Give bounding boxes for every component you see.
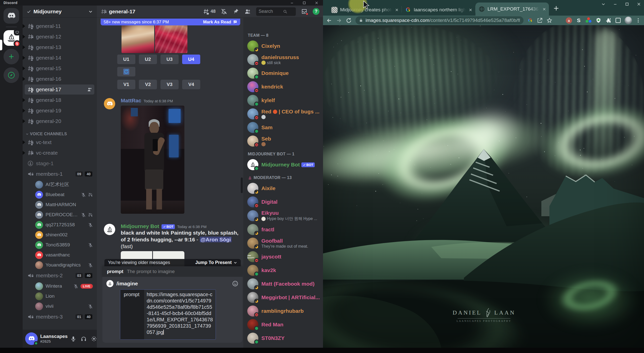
channel-item-general-20[interactable]: general-20 (25, 116, 94, 126)
voice-member-shinen002[interactable]: shinen002 (34, 230, 94, 240)
reroll-button[interactable] (117, 67, 135, 76)
maximize-icon[interactable] (302, 1, 306, 5)
prompt-option-value[interactable]: https://images.squarespace-cdn.com/conte… (144, 290, 216, 339)
midjourney-server-button[interactable]: 5 (4, 30, 19, 46)
extensions-puzzle-icon[interactable] (605, 17, 611, 24)
tab-close-icon[interactable] (395, 8, 399, 12)
threads-button[interactable]: 48 (203, 8, 216, 15)
upscale-button-U3[interactable]: U3 (160, 55, 179, 64)
profile-avatar[interactable] (625, 17, 632, 24)
message-author[interactable]: Midjourney Bot (121, 223, 159, 229)
member-kylelf[interactable]: kylelf (247, 94, 321, 107)
member-Sam[interactable]: Sam (247, 121, 321, 134)
new-messages-banner[interactable]: 58+ new messages since 6:37 PM Mark As R… (101, 19, 240, 25)
extension-red-circle-icon[interactable]: a (566, 17, 572, 24)
minimize-icon[interactable] (613, 2, 617, 6)
member-Dominique[interactable]: Dominique (247, 66, 321, 80)
voice-channel-members-1[interactable]: members-10940 (25, 169, 94, 179)
user-avatar[interactable] (25, 332, 38, 345)
emoji-picker-icon[interactable] (232, 280, 238, 287)
invite-member-icon[interactable] (87, 87, 92, 92)
member-Seb[interactable]: Seb (247, 134, 321, 148)
browser-tab-3[interactable]: LRM_EXPORT_176436787956939 (475, 3, 549, 16)
explore-servers-button[interactable] (4, 67, 19, 83)
settings-gear-icon[interactable] (91, 336, 97, 342)
channel-item-general-14[interactable]: general-14 (25, 53, 94, 63)
extension-rgb-icon[interactable] (585, 17, 592, 24)
bookmark-star-icon[interactable] (546, 17, 552, 23)
voice-member-PEDROCOELHO...[interactable]: PEDROCOELHO... (34, 210, 94, 220)
reload-icon[interactable] (346, 17, 352, 24)
voice-member-qq271725158[interactable]: qq271725158 (34, 220, 94, 230)
voice-member-Lion[interactable]: Lion (34, 291, 94, 301)
search-input[interactable]: Search (256, 7, 296, 16)
upscale-button-U2[interactable]: U2 (139, 55, 157, 64)
midjourney-grid-image[interactable] (122, 24, 187, 53)
inbox-icon[interactable] (301, 8, 308, 15)
channel-item-general-18[interactable]: general-18 (25, 95, 94, 105)
channel-item-general-13[interactable]: general-13 (25, 42, 94, 52)
prompt-option-field[interactable]: prompt https://images.squarespace-cdn.co… (120, 289, 216, 340)
back-icon[interactable] (326, 17, 332, 24)
member-Red Man[interactable]: Red Man (247, 318, 321, 331)
slash-command-autocomplete[interactable]: prompt The prompt to imagine (102, 266, 243, 277)
member-ramblingrhubarb[interactable]: ramblingrhubarb (247, 304, 321, 318)
variation-button-V2[interactable]: V2 (139, 80, 157, 89)
minimize-icon[interactable] (290, 1, 294, 5)
channel-item-general-19[interactable]: general-19 (25, 106, 94, 116)
member-Red[interactable]: Red| CEO of bugs ... (247, 107, 321, 121)
pinned-messages-icon[interactable] (232, 8, 239, 15)
share-icon[interactable] (537, 17, 543, 23)
extension-square-icon[interactable] (615, 17, 621, 24)
voice-channel-vc-create[interactable]: vc-create (25, 148, 94, 158)
message-author[interactable]: MattRac (121, 98, 141, 104)
discord-home-button[interactable] (4, 8, 19, 24)
member-Digital[interactable]: Digital (247, 195, 321, 209)
avatar[interactable] (104, 224, 115, 235)
headphones-icon[interactable] (80, 336, 87, 342)
channel-item-general-17[interactable]: general-17 (25, 84, 94, 95)
aurora-photo[interactable]: DANIEL LAAN LAANSCAPES PHOTOGRAPHY (323, 25, 644, 348)
voice-member-Wintera[interactable]: WinteraLIVE (34, 281, 94, 291)
voice-channel-members-3[interactable]: members-30140 (25, 312, 94, 322)
voice-member-Bluebeat[interactable]: Bluebeat (34, 190, 94, 200)
voice-member-Youandigraphics[interactable]: Youandigraphics (34, 260, 94, 270)
user-mention[interactable]: @Aron Sōgi (200, 237, 232, 242)
url-address-bar[interactable]: images.squarespace-cdn.com/content/v1/5c… (355, 16, 524, 24)
member-kendrick[interactable]: kendrick (247, 80, 321, 94)
extension-shield-icon[interactable] (595, 17, 601, 24)
member-Goofball[interactable]: GoofballThey're made out of meat. (247, 236, 321, 250)
mic-icon[interactable] (70, 336, 76, 342)
member-danielrussruss[interactable]: danielrussrussstill sick (247, 53, 321, 66)
voice-channel-stage-1[interactable]: stage-1 (25, 158, 94, 168)
menu-kebab-icon[interactable] (635, 18, 641, 23)
tab-search-chevron-icon[interactable] (601, 2, 606, 6)
new-tab-icon[interactable] (552, 5, 560, 12)
jump-to-present-button[interactable]: Jump To Present (195, 260, 237, 265)
voice-channels-category[interactable]: VOICE CHANNELS (26, 132, 95, 136)
tab-close-icon[interactable] (542, 7, 546, 11)
member-kav2k[interactable]: kav2k (247, 263, 321, 277)
server-header[interactable]: Midjourney (23, 6, 97, 18)
voice-channel-vc-text[interactable]: vc-text (25, 137, 94, 147)
voice-member-vasanthanc[interactable]: vasanthanc (34, 250, 94, 260)
member-Midjourney Bot[interactable]: Midjourney BotBOT (247, 158, 321, 171)
member-Matt (Facebook mod)[interactable]: Matt (Facebook mod) (247, 277, 321, 291)
channel-item-general-15[interactable]: general-15 (25, 63, 94, 73)
voice-channel-members-2[interactable]: members-20340 (25, 271, 94, 281)
upscale-button-U1[interactable]: U1 (117, 55, 135, 64)
browser-tab-2[interactable]: Glaanscapes northern lights - Goo (402, 4, 475, 16)
member-Eikyuu[interactable]: EikyuuHype boy 너만 원해 Hype ... (247, 209, 321, 223)
close-icon[interactable] (315, 1, 318, 5)
voice-member-vivii[interactable]: vivii (34, 301, 94, 311)
selfie-photo-attachment[interactable] (121, 106, 184, 214)
channel-item-general-12[interactable]: general-12 (25, 32, 94, 42)
google-icon[interactable]: G (527, 17, 533, 24)
variation-button-V3[interactable]: V3 (160, 80, 179, 89)
notifications-muted-icon[interactable] (221, 8, 227, 15)
chat-scrollbar-thumb[interactable] (241, 178, 243, 193)
voice-member-AI艺术社区[interactable]: AI艺术社区 (34, 180, 94, 190)
variation-button-V4[interactable]: V4 (182, 80, 200, 89)
maximize-icon[interactable] (625, 2, 629, 6)
member-fractl[interactable]: fractl (247, 223, 321, 236)
